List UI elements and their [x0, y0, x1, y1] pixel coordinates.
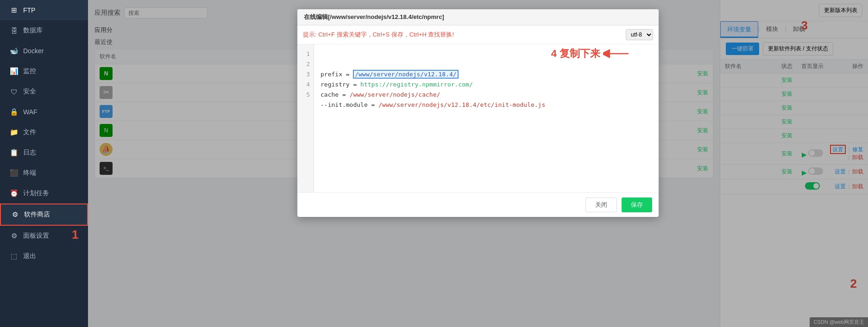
line-numbers: 1 2 3 4 5	[297, 44, 314, 192]
code-line-1: prefix = /www/server/nodejs/v12.18.4/	[321, 69, 652, 80]
sidebar-item-label: 面板设置	[23, 232, 79, 240]
modal-title: 在线编辑[/www/server/nodejs/v12.18.4/etc/npm…	[304, 13, 444, 20]
modal-footer: 关闭 保存	[297, 192, 659, 217]
sidebar-item-panel[interactable]: ⚙ 面板设置	[0, 226, 88, 246]
sidebar-item-label: FTP	[23, 6, 79, 14]
editor-modal: 在线编辑[/www/server/nodejs/v12.18.4/etc/npm…	[297, 9, 659, 217]
sidebar-item-cron[interactable]: ⏰ 计划任务	[0, 183, 88, 204]
sidebar-item-logs[interactable]: 📋 日志	[0, 142, 88, 163]
cron-icon: ⏰	[9, 189, 19, 197]
appstore-icon: ⚙	[10, 210, 19, 219]
close-button[interactable]: 关闭	[585, 197, 617, 212]
monitor-icon: 📊	[9, 67, 19, 75]
ftp-icon: ⊞	[9, 6, 19, 14]
main-content: 应用搜索 应用分 最近使 软件名 N	[88, 0, 868, 327]
code-line-3: cache = /www/server/nodejs/cache/	[321, 90, 652, 100]
code-line-4: --init.module = /www/server/nodejs/v12.1…	[321, 100, 652, 110]
modal-overlay: 在线编辑[/www/server/nodejs/v12.18.4/etc/npm…	[88, 0, 868, 327]
sidebar-item-label: 终端	[23, 169, 79, 177]
code-content[interactable]: prefix = /www/server/nodejs/v12.18.4/ re…	[314, 44, 659, 192]
logs-icon: 📋	[9, 148, 19, 157]
modal-title-bar: 在线编辑[/www/server/nodejs/v12.18.4/etc/npm…	[297, 9, 659, 25]
sidebar-item-terminal[interactable]: ⬛ 终端	[0, 163, 88, 183]
terminal-icon: ⬛	[9, 169, 19, 177]
sidebar-item-security[interactable]: 🛡 安全	[0, 81, 88, 102]
sidebar-item-label: Docker	[23, 47, 79, 55]
sidebar-item-docker[interactable]: 🐋 Docker	[0, 41, 88, 61]
sidebar-item-label: 软件商店	[24, 210, 78, 219]
sidebar-item-label: 文件	[23, 128, 79, 136]
security-icon: 🛡	[9, 88, 19, 96]
sidebar-item-monitor[interactable]: 📊 监控	[0, 61, 88, 81]
sidebar-item-label: 日志	[23, 148, 79, 157]
sidebar-item-label: 数据库	[23, 26, 79, 35]
sidebar-item-label: 计划任务	[23, 189, 79, 197]
save-button[interactable]: 保存	[622, 197, 652, 212]
sidebar-item-waf[interactable]: 🔒 WAF	[0, 102, 88, 122]
sidebar: ⊞ FTP 🗄 数据库 🐋 Docker 📊 监控 🛡 安全 🔒 WAF 📁 文…	[0, 0, 88, 327]
code-line-5	[321, 110, 652, 120]
waf-icon: 🔒	[9, 108, 19, 116]
modal-encoding: utf-8	[626, 29, 653, 40]
encoding-select[interactable]: utf-8	[626, 29, 653, 40]
files-icon: 📁	[9, 128, 19, 136]
sidebar-item-label: 监控	[23, 67, 79, 75]
database-icon: 🗄	[9, 27, 19, 35]
logout-icon: ⬚	[9, 252, 19, 260]
sidebar-item-appstore[interactable]: ⚙ 软件商店	[0, 204, 88, 226]
code-line-2: registry = https://registry.npmmirror.co…	[321, 80, 652, 90]
sidebar-item-label: 安全	[23, 87, 79, 96]
docker-icon: 🐋	[9, 47, 19, 55]
sidebar-item-files[interactable]: 📁 文件	[0, 122, 88, 142]
prefix-value: /www/server/nodejs/v12.18.4/	[353, 70, 458, 79]
sidebar-item-logout[interactable]: ⬚ 退出	[0, 246, 88, 266]
sidebar-item-label: WAF	[23, 108, 79, 116]
sidebar-item-label: 退出	[23, 252, 79, 260]
panel-icon: ⚙	[9, 232, 19, 240]
sidebar-item-database[interactable]: 🗄 数据库	[0, 20, 88, 41]
modal-toolbar: 提示: Ctrl+F 搜索关键字，Ctrl+S 保存，Ctrl+H 查找替换! …	[297, 25, 659, 44]
code-editor[interactable]: 1 2 3 4 5 prefix = /www/server/nodejs/v1…	[297, 44, 659, 192]
modal-hint: 提示: Ctrl+F 搜索关键字，Ctrl+S 保存，Ctrl+H 查找替换!	[303, 31, 454, 39]
sidebar-item-ftp[interactable]: ⊞ FTP	[0, 0, 88, 20]
